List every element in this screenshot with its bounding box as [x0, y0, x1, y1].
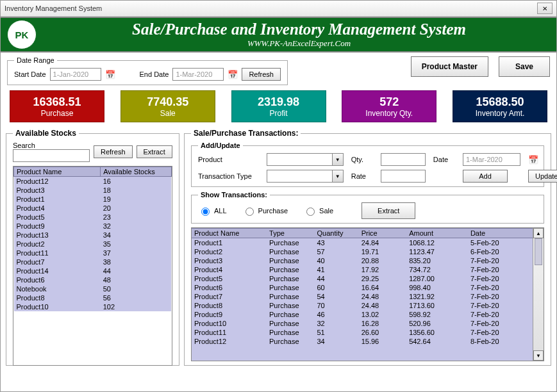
- table-row[interactable]: Product1334: [14, 231, 172, 240]
- card-profit: 2319.98 Profit: [231, 90, 326, 122]
- date-range-legend: Date Range: [14, 56, 57, 64]
- rate-label: Rate: [351, 172, 373, 180]
- add-update-legend: Add/Update: [198, 142, 243, 149]
- date-label: Date: [433, 156, 455, 163]
- window-title: Inventory Management System: [4, 4, 102, 12]
- available-stocks-list[interactable]: Product Name Available Stocks Product121…: [13, 166, 172, 366]
- product-select[interactable]: ▼: [267, 153, 344, 166]
- table-row[interactable]: Product420: [14, 204, 172, 213]
- col-type: Type: [267, 229, 314, 238]
- calendar-icon[interactable]: 📅: [228, 69, 238, 79]
- table-row[interactable]: Product6Purchase6016.64998.407-Feb-20: [192, 283, 533, 292]
- card-inventory-amt: 15688.50 Inventory Amt.: [453, 90, 547, 122]
- search-label: Search: [13, 142, 90, 149]
- scroll-up-icon[interactable]: ▲: [533, 228, 544, 238]
- title-bar: Inventory Management System ✕: [1, 1, 556, 17]
- table-row[interactable]: Product10102: [14, 302, 172, 311]
- available-extract-button[interactable]: Extract: [137, 145, 172, 158]
- inventory-qty-label: Inventory Qty.: [365, 109, 413, 118]
- col-quantity: Quantity: [315, 229, 359, 238]
- table-row[interactable]: Product12Purchase3415.96542.648-Feb-20: [192, 337, 533, 346]
- start-date-label: Start Date: [14, 70, 46, 78]
- purchase-label: Purchase: [41, 109, 74, 118]
- sale-value: 7740.35: [147, 95, 188, 109]
- page-subtitle: WWW.PK-AnExcelExpert.Com: [48, 38, 550, 49]
- col-price: Price: [359, 229, 406, 238]
- table-row[interactable]: Product7Purchase5424.481321.927-Feb-20: [192, 292, 533, 301]
- show-transactions-group: Show Transactions: ALL Purchase Sale Ext…: [191, 191, 544, 224]
- table-row[interactable]: Product738: [14, 257, 172, 266]
- transactions-list[interactable]: Product Name Type Quantity Price Amount …: [192, 228, 533, 361]
- table-row[interactable]: Product119: [14, 195, 172, 204]
- qty-label: Qty.: [351, 156, 373, 163]
- search-input[interactable]: [13, 149, 90, 162]
- logo: PK: [7, 20, 37, 49]
- available-stocks-group: Available Stocks Search Refresh Extract …: [6, 129, 179, 366]
- table-row[interactable]: Product856: [14, 293, 172, 302]
- purchase-value: 16368.51: [33, 95, 81, 109]
- qty-input[interactable]: [381, 153, 426, 166]
- radio-purchase[interactable]: Purchase: [242, 206, 288, 216]
- table-row[interactable]: Product1Purchase4324.841068.125-Feb-20: [192, 238, 533, 248]
- profit-label: Profit: [269, 109, 287, 118]
- table-row[interactable]: Product4Purchase4117.92734.727-Feb-20: [192, 265, 533, 274]
- table-row[interactable]: Product5Purchase4429.251287.007-Feb-20: [192, 274, 533, 283]
- scroll-thumb[interactable]: [535, 238, 542, 265]
- inventory-amt-value: 15688.50: [476, 95, 524, 109]
- table-row[interactable]: Product1216: [14, 177, 172, 186]
- close-icon[interactable]: ✕: [537, 3, 553, 14]
- add-button[interactable]: Add: [463, 170, 508, 183]
- table-row[interactable]: Product1444: [14, 266, 172, 275]
- table-row[interactable]: Product9Purchase4613.02598.927-Feb-20: [192, 310, 533, 319]
- table-row[interactable]: Product3Purchase4020.88835.207-Feb-20: [192, 256, 533, 265]
- end-date-input[interactable]: [172, 68, 224, 81]
- table-row[interactable]: Product11Purchase5126.601356.607-Feb-20: [192, 328, 533, 337]
- table-row[interactable]: Product648: [14, 275, 172, 284]
- col-amount: Amount: [406, 229, 468, 238]
- col-product-name: Product Name: [192, 229, 267, 238]
- radio-sale[interactable]: Sale: [303, 206, 333, 216]
- add-update-group: Add/Update Product ▼ Qty. Date 📅 Transac…: [191, 142, 544, 187]
- banner: PK Sale/Purchase and Inventory Managemen…: [1, 17, 556, 53]
- transactions-extract-button[interactable]: Extract: [362, 202, 415, 219]
- table-row[interactable]: Product235: [14, 240, 172, 249]
- scrollbar[interactable]: ▲ ▼: [533, 228, 544, 361]
- col-date: Date: [468, 229, 533, 238]
- table-row[interactable]: Product8Purchase7024.481713.607-Feb-20: [192, 301, 533, 310]
- date-range-group: Date Range Start Date 📅 End Date 📅 Refre…: [7, 56, 288, 85]
- show-transactions-legend: Show Transactions:: [198, 191, 270, 199]
- table-row[interactable]: Notebook50: [14, 284, 172, 293]
- scroll-down-icon[interactable]: ▼: [533, 350, 544, 361]
- profit-value: 2319.98: [258, 95, 299, 109]
- page-title: Sale/Purchase and Inventory Management S…: [48, 21, 550, 37]
- table-row[interactable]: Product318: [14, 186, 172, 195]
- radio-all[interactable]: ALL: [198, 206, 227, 216]
- transaction-type-select[interactable]: ▼: [267, 170, 344, 183]
- product-label: Product: [198, 156, 259, 163]
- transactions-legend: Sale/Purchase Transactions:: [191, 129, 301, 138]
- table-row[interactable]: Product2Purchase5719.711123.476-Feb-20: [192, 247, 533, 256]
- transactions-group: Sale/Purchase Transactions: Add/Update P…: [184, 129, 551, 366]
- rate-input[interactable]: [381, 170, 426, 183]
- col-product-name: Product Name: [14, 167, 101, 177]
- table-row[interactable]: Product932: [14, 222, 172, 231]
- start-date-input[interactable]: [50, 68, 101, 81]
- card-purchase: 16368.51 Purchase: [10, 90, 104, 122]
- save-button[interactable]: Save: [499, 56, 550, 77]
- table-row[interactable]: Product1137: [14, 249, 172, 257]
- update-button[interactable]: Update: [528, 170, 557, 183]
- available-refresh-button[interactable]: Refresh: [94, 145, 133, 158]
- chevron-down-icon[interactable]: ▼: [332, 154, 343, 165]
- available-stocks-legend: Available Stocks: [13, 129, 79, 138]
- chevron-down-icon[interactable]: ▼: [332, 170, 343, 182]
- calendar-icon[interactable]: 📅: [528, 154, 538, 165]
- col-available-stocks: Available Stocks: [101, 167, 172, 177]
- product-master-button[interactable]: Product Master: [411, 56, 488, 77]
- transaction-date-input[interactable]: [463, 153, 520, 166]
- calendar-icon[interactable]: 📅: [105, 69, 115, 79]
- card-sale: 7740.35 Sale: [121, 90, 215, 122]
- refresh-button[interactable]: Refresh: [242, 68, 281, 81]
- sale-label: Sale: [160, 109, 176, 118]
- table-row[interactable]: Product10Purchase3216.28520.967-Feb-20: [192, 319, 533, 328]
- table-row[interactable]: Product523: [14, 213, 172, 222]
